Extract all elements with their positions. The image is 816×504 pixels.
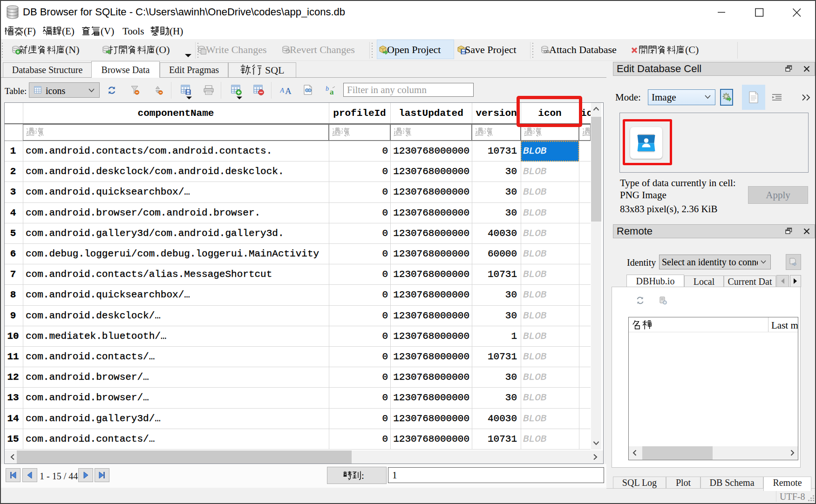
svg-text:b: b [326,85,329,92]
svg-text:A: A [280,87,285,94]
svg-text:A: A [285,86,292,95]
svg-text:a: a [330,87,334,95]
